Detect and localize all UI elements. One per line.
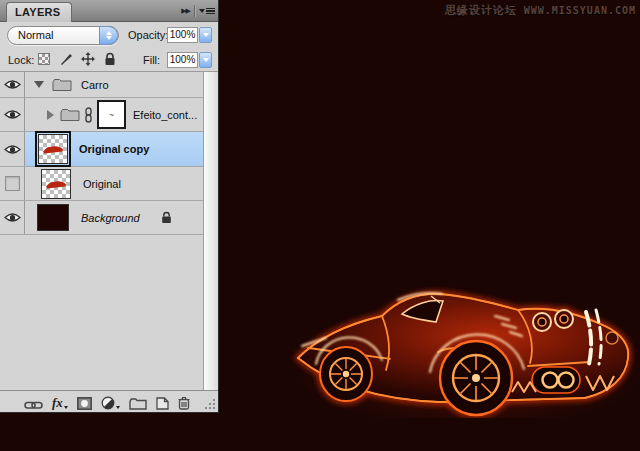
visibility-toggle[interactable]: [0, 98, 25, 131]
layer-row-background[interactable]: Background: [0, 201, 204, 235]
new-group-folder-icon: [129, 398, 147, 410]
layer-row-original[interactable]: Original: [0, 167, 204, 201]
fill-input[interactable]: 100%: [167, 52, 198, 68]
blend-mode-stepper-icon[interactable]: [99, 26, 118, 45]
layer-mask-thumbnail[interactable]: ~: [97, 100, 126, 129]
new-layer-icon: [156, 397, 169, 410]
car-artwork: [290, 266, 640, 418]
rear-wheel: [440, 341, 512, 415]
scrollbar[interactable]: [203, 72, 218, 391]
separator: [194, 5, 195, 17]
eye-icon: [4, 144, 21, 155]
layer-row-original-copy[interactable]: Original copy: [0, 132, 204, 167]
opacity-dropdown-button[interactable]: [199, 27, 212, 43]
chain-link-icon: [24, 400, 43, 410]
watermark-site-url: WWW.MISSYUAN.COM: [524, 5, 636, 16]
visibility-toggle[interactable]: [0, 132, 25, 166]
opacity-label: Opacity:: [128, 29, 168, 41]
blend-mode-value: Normal: [18, 29, 53, 41]
eye-icon: [4, 212, 21, 223]
fx-icon: fx: [52, 396, 63, 410]
lock-transparency-icon[interactable]: [36, 51, 51, 66]
fill-label: Fill:: [143, 54, 160, 66]
disclosure-triangle-expanded[interactable]: [34, 81, 44, 88]
lock-position-move-icon[interactable]: [80, 51, 95, 66]
layer-name: Original copy: [79, 143, 149, 155]
eye-empty-checkbox[interactable]: [5, 176, 20, 191]
trash-icon: [178, 396, 190, 410]
layers-panel: LAYERS ▶▶ Normal Opacity: 100% Lock:: [0, 0, 219, 413]
new-adjustment-layer-button[interactable]: [101, 394, 120, 410]
layer-mask-icon: [77, 397, 92, 410]
lock-pixels-brush-icon[interactable]: [58, 51, 73, 66]
tab-layers[interactable]: LAYERS: [6, 2, 72, 22]
layer-name: Carro: [81, 79, 109, 91]
visibility-toggle[interactable]: [0, 72, 25, 97]
layer-name: Original: [83, 178, 121, 190]
visibility-toggle[interactable]: [0, 201, 25, 234]
panel-footer-toolbar: fx: [0, 390, 218, 412]
layer-thumbnail[interactable]: [41, 169, 71, 199]
layer-styles-button[interactable]: fx: [52, 394, 68, 410]
neon-car-illustration: [290, 266, 640, 418]
mask-link-chain-icon: [84, 107, 93, 123]
adjustment-layer-icon: [101, 396, 115, 410]
fill-dropdown-button[interactable]: [199, 52, 212, 68]
eye-icon: [4, 109, 21, 120]
lock-label: Lock:: [8, 54, 34, 66]
opacity-input[interactable]: 100%: [167, 27, 198, 43]
layer-name: Efeito_cont...: [133, 109, 197, 121]
eye-icon: [4, 79, 21, 90]
layer-thumbnail[interactable]: [38, 134, 68, 164]
layer-list: Carro ~ Efeito_cont...: [0, 72, 218, 391]
watermark: 思缘设计论坛 WWW.MISSYUAN.COM: [445, 3, 636, 18]
layer-row-carro[interactable]: Carro: [0, 72, 204, 98]
thumbnail-car-icon: [42, 143, 65, 154]
background-lock-icon: [161, 211, 172, 224]
link-layers-button[interactable]: [24, 394, 43, 410]
layer-name: Background: [81, 212, 140, 224]
watermark-site-name: 思缘设计论坛: [445, 3, 517, 18]
collapse-panel-icon[interactable]: ▶▶: [181, 7, 190, 15]
disclosure-triangle-collapsed[interactable]: [47, 110, 54, 120]
panel-controls: Normal Opacity: 100% Lock:: [0, 22, 218, 72]
layer-row-efeito[interactable]: ~ Efeito_cont...: [0, 98, 204, 132]
panel-resize-grip[interactable]: [204, 398, 216, 410]
visibility-toggle[interactable]: [0, 167, 25, 200]
blend-mode-select[interactable]: Normal: [7, 26, 119, 45]
panel-tab-bar: LAYERS ▶▶: [0, 0, 218, 22]
lock-all-padlock-icon[interactable]: [102, 51, 117, 66]
group-folder-icon: [52, 78, 72, 92]
group-folder-icon: [60, 108, 80, 122]
thumbnail-car-icon: [45, 178, 68, 189]
layer-thumbnail[interactable]: [37, 204, 69, 231]
add-layer-mask-button[interactable]: [77, 394, 92, 410]
new-group-button[interactable]: [129, 394, 147, 410]
front-wheel: [320, 347, 372, 401]
delete-layer-button[interactable]: [178, 394, 190, 410]
new-layer-button[interactable]: [156, 394, 169, 410]
panel-menu-icon[interactable]: [199, 8, 215, 15]
